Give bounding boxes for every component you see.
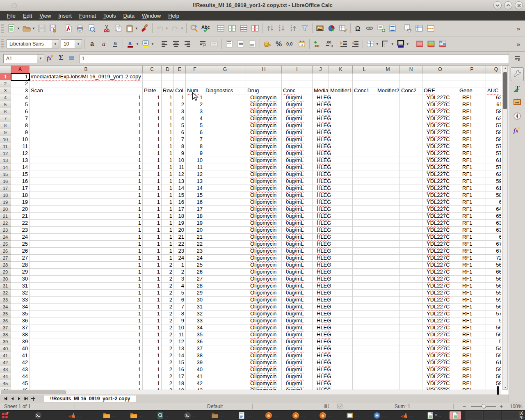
cell-O10[interactable]: YDL227C: [422, 136, 458, 143]
cell-D16[interactable]: 1: [162, 178, 174, 185]
cell-I28[interactable]: 0ug/mL: [282, 262, 313, 269]
cell-C18[interactable]: 1: [143, 192, 162, 199]
cell-D21[interactable]: 1: [162, 213, 174, 220]
cell-E40[interactable]: 13: [174, 345, 186, 352]
scroll-down-icon[interactable]: ▼: [504, 386, 507, 389]
cell-P45[interactable]: RF1: [458, 380, 486, 387]
cell-E6[interactable]: 3: [174, 108, 186, 115]
cell-Q9[interactable]: 585: [486, 129, 501, 136]
cell-M26[interactable]: [376, 248, 400, 255]
cell-E27[interactable]: 24: [174, 255, 186, 262]
cell-A13[interactable]: 13: [11, 157, 30, 164]
cell-G44[interactable]: [204, 373, 246, 380]
cell-K24[interactable]: [329, 234, 353, 241]
cell-L41[interactable]: [353, 352, 376, 359]
cell-F32[interactable]: 29: [186, 290, 204, 297]
cell-I23[interactable]: 0ug/mL: [282, 227, 313, 234]
cell-L30[interactable]: [353, 276, 376, 283]
cell-F31[interactable]: 28: [186, 283, 204, 290]
cell-F3[interactable]: Num.: [186, 87, 204, 94]
row-header-30[interactable]: 30: [0, 276, 11, 283]
cell-D34[interactable]: 2: [162, 304, 174, 310]
cell-E25[interactable]: 22: [174, 241, 186, 248]
cell-I8[interactable]: 0ug/mL: [282, 122, 313, 129]
cell-O26[interactable]: YDL227C: [422, 248, 458, 255]
row-header-15[interactable]: 15: [0, 171, 11, 178]
cell-P5[interactable]: RF1: [458, 101, 486, 108]
cell-L31[interactable]: [353, 283, 376, 290]
cell-A30[interactable]: 30: [11, 276, 30, 283]
cell-O35[interactable]: YDL227C: [422, 310, 458, 317]
cell-L5[interactable]: [353, 101, 376, 108]
cell-O43[interactable]: YDL227C: [422, 366, 458, 373]
cell-O42[interactable]: YDL227C: [422, 359, 458, 366]
cell-C32[interactable]: 1: [143, 290, 162, 297]
cell-M38[interactable]: [376, 331, 400, 338]
cell-E41[interactable]: 14: [174, 352, 186, 359]
cell-B42[interactable]: 1: [30, 359, 143, 366]
cell-C1[interactable]: [143, 73, 162, 80]
cell-A3[interactable]: 3: [11, 87, 30, 94]
menu-edit[interactable]: Edit: [19, 11, 36, 20]
toolbar-grip[interactable]: [1, 24, 4, 33]
cell-M36[interactable]: [376, 317, 400, 324]
cell-H7[interactable]: Oligomycin: [246, 115, 282, 122]
cell-J24[interactable]: HLEG: [313, 234, 329, 241]
cell-H43[interactable]: Oligomycin: [246, 366, 282, 373]
cell-I45[interactable]: 0ug/mL: [282, 380, 313, 387]
cell-J22[interactable]: HLEG: [313, 220, 329, 227]
cell-Q33[interactable]: 596: [486, 297, 501, 304]
cell-D4[interactable]: 1: [162, 94, 174, 101]
cell-O21[interactable]: YDL227C: [422, 213, 458, 220]
cell-J27[interactable]: HLEG: [313, 255, 329, 262]
cell-M43[interactable]: [376, 366, 400, 373]
cell-A8[interactable]: 8: [11, 122, 30, 129]
insert-mode-icon[interactable]: [324, 404, 331, 410]
row-header-20[interactable]: 20: [0, 206, 11, 213]
paste-button[interactable]: ▼: [124, 23, 139, 34]
cell-I39[interactable]: 0ug/mL: [282, 338, 313, 345]
cell-M42[interactable]: [376, 359, 400, 366]
cell-C31[interactable]: 1: [143, 283, 162, 290]
cell-L28[interactable]: [353, 262, 376, 269]
cell-D31[interactable]: 2: [162, 283, 174, 290]
cell-Q36[interactable]: 59: [486, 317, 501, 324]
spreadsheet-grid[interactable]: ABCDEFGHIJKLMNOPQ 11/media/data/ExpJobs/…: [0, 66, 501, 390]
cell-K15[interactable]: [329, 171, 353, 178]
cell-F15[interactable]: 12: [186, 171, 204, 178]
cell-B17[interactable]: 1: [30, 185, 143, 192]
cell-F42[interactable]: 39: [186, 359, 204, 366]
cell-O5[interactable]: YDL227C: [422, 101, 458, 108]
cell-N44[interactable]: [400, 373, 422, 380]
row-header-34[interactable]: 34: [0, 304, 11, 310]
cell-N34[interactable]: [400, 304, 422, 310]
cell-N3[interactable]: Conc2: [400, 87, 422, 94]
cell-H21[interactable]: Oligomycin: [246, 213, 282, 220]
cell-A33[interactable]: 33: [11, 297, 30, 304]
cell-F35[interactable]: 32: [186, 310, 204, 317]
close-button[interactable]: [515, 1, 523, 9]
insert-column-button[interactable]: [226, 23, 238, 34]
next-sheet-button[interactable]: [16, 395, 23, 402]
cell-J4[interactable]: HLEG: [313, 94, 329, 101]
cell-H35[interactable]: Oligomycin: [246, 310, 282, 317]
cell-F39[interactable]: 36: [186, 338, 204, 345]
taskbar-matlab[interactable]: ...: [400, 411, 413, 420]
cell-O1[interactable]: [422, 73, 458, 80]
cell-F29[interactable]: 26: [186, 269, 204, 276]
scroll-up-icon[interactable]: ▲: [504, 66, 507, 69]
cell-L44[interactable]: [353, 373, 376, 380]
cell-H45[interactable]: Oligomycin: [246, 380, 282, 387]
cell-O27[interactable]: YDL227C: [422, 255, 458, 262]
cell-P9[interactable]: RF1: [458, 129, 486, 136]
cell-L26[interactable]: [353, 248, 376, 255]
column-header-D[interactable]: D: [162, 66, 174, 73]
page-style[interactable]: Default: [207, 404, 223, 409]
cell-B43[interactable]: 1: [30, 366, 143, 373]
cell-M39[interactable]: [376, 338, 400, 345]
cell-A15[interactable]: 15: [11, 171, 30, 178]
sidebar-gallery-button[interactable]: [511, 97, 524, 109]
menu-file[interactable]: File: [3, 11, 19, 20]
cell-M17[interactable]: [376, 185, 400, 192]
cell-G32[interactable]: [204, 290, 246, 297]
